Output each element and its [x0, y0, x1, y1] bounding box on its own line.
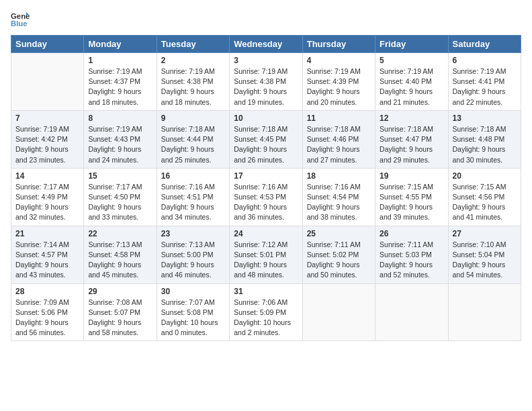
day-number: 31 [234, 287, 298, 296]
weekday-header: Monday [84, 36, 157, 53]
day-info: Sunrise: 7:18 AMSunset: 4:46 PMDaylight:… [307, 124, 371, 165]
logo: General Blue [11, 11, 32, 30]
day-info: Sunrise: 7:07 AMSunset: 5:08 PMDaylight:… [161, 298, 225, 338]
calendar-cell [448, 283, 521, 341]
day-number: 9 [161, 113, 225, 123]
day-number: 20 [453, 171, 517, 181]
day-number: 22 [88, 229, 152, 238]
day-number: 3 [234, 56, 298, 65]
calendar-cell: 18Sunrise: 7:16 AMSunset: 4:54 PMDayligh… [302, 168, 375, 226]
day-number: 26 [380, 229, 443, 238]
page-header: General Blue [11, 11, 521, 30]
calendar-cell: 8Sunrise: 7:19 AMSunset: 4:43 PMDaylight… [84, 110, 157, 168]
calendar-cell [11, 53, 84, 111]
calendar-cell: 29Sunrise: 7:08 AMSunset: 5:07 PMDayligh… [84, 283, 157, 341]
day-info: Sunrise: 7:08 AMSunset: 5:07 PMDaylight:… [88, 298, 152, 338]
calendar-cell: 13Sunrise: 7:18 AMSunset: 4:48 PMDayligh… [448, 110, 521, 168]
day-info: Sunrise: 7:15 AMSunset: 4:56 PMDaylight:… [453, 182, 517, 223]
day-info: Sunrise: 7:18 AMSunset: 4:44 PMDaylight:… [161, 124, 225, 165]
day-number: 29 [88, 287, 152, 296]
day-number: 30 [161, 287, 225, 296]
calendar-cell: 4Sunrise: 7:19 AMSunset: 4:39 PMDaylight… [302, 53, 375, 111]
calendar-cell: 2Sunrise: 7:19 AMSunset: 4:38 PMDaylight… [157, 53, 229, 111]
calendar-week-row: 7Sunrise: 7:19 AMSunset: 4:42 PMDaylight… [11, 110, 521, 168]
day-info: Sunrise: 7:13 AMSunset: 5:00 PMDaylight:… [161, 240, 225, 281]
day-info: Sunrise: 7:12 AMSunset: 5:01 PMDaylight:… [234, 240, 298, 281]
calendar-cell: 21Sunrise: 7:14 AMSunset: 4:57 PMDayligh… [11, 226, 84, 283]
calendar-cell: 16Sunrise: 7:16 AMSunset: 4:51 PMDayligh… [157, 168, 229, 226]
logo-icon: General Blue [11, 11, 30, 30]
calendar-cell: 10Sunrise: 7:18 AMSunset: 4:45 PMDayligh… [230, 110, 302, 168]
day-number: 18 [307, 171, 371, 181]
day-info: Sunrise: 7:19 AMSunset: 4:38 PMDaylight:… [161, 66, 225, 107]
calendar-cell: 17Sunrise: 7:16 AMSunset: 4:53 PMDayligh… [230, 168, 302, 226]
calendar-cell: 1Sunrise: 7:19 AMSunset: 4:37 PMDaylight… [84, 53, 157, 111]
calendar-cell: 9Sunrise: 7:18 AMSunset: 4:44 PMDaylight… [157, 110, 229, 168]
weekday-header: Tuesday [157, 36, 229, 53]
day-number: 11 [307, 113, 371, 123]
day-info: Sunrise: 7:13 AMSunset: 4:58 PMDaylight:… [88, 240, 152, 281]
calendar-cell: 22Sunrise: 7:13 AMSunset: 4:58 PMDayligh… [84, 226, 157, 283]
calendar-week-row: 21Sunrise: 7:14 AMSunset: 4:57 PMDayligh… [11, 226, 521, 283]
day-number: 13 [453, 113, 517, 123]
day-number: 12 [380, 113, 443, 123]
calendar-cell: 20Sunrise: 7:15 AMSunset: 4:56 PMDayligh… [448, 168, 521, 226]
day-info: Sunrise: 7:19 AMSunset: 4:37 PMDaylight:… [88, 66, 152, 107]
day-info: Sunrise: 7:17 AMSunset: 4:50 PMDaylight:… [88, 182, 152, 223]
day-info: Sunrise: 7:18 AMSunset: 4:47 PMDaylight:… [380, 124, 443, 165]
calendar-week-row: 28Sunrise: 7:09 AMSunset: 5:06 PMDayligh… [11, 283, 521, 341]
calendar-cell: 3Sunrise: 7:19 AMSunset: 4:38 PMDaylight… [230, 53, 302, 111]
weekday-header: Wednesday [230, 36, 302, 53]
day-number: 15 [88, 171, 152, 181]
day-number: 8 [88, 113, 152, 123]
day-info: Sunrise: 7:18 AMSunset: 4:48 PMDaylight:… [453, 124, 517, 165]
calendar-cell: 5Sunrise: 7:19 AMSunset: 4:40 PMDaylight… [375, 53, 448, 111]
calendar-cell: 31Sunrise: 7:06 AMSunset: 5:09 PMDayligh… [230, 283, 302, 341]
day-info: Sunrise: 7:14 AMSunset: 4:57 PMDaylight:… [15, 240, 79, 281]
day-info: Sunrise: 7:19 AMSunset: 4:43 PMDaylight:… [88, 124, 152, 165]
calendar-cell [375, 283, 448, 341]
day-info: Sunrise: 7:09 AMSunset: 5:06 PMDaylight:… [15, 298, 79, 338]
day-number: 5 [380, 56, 443, 65]
day-number: 4 [307, 56, 371, 65]
day-number: 21 [15, 229, 79, 238]
svg-text:Blue: Blue [11, 19, 28, 28]
calendar-cell: 14Sunrise: 7:17 AMSunset: 4:49 PMDayligh… [11, 168, 84, 226]
weekday-header: Sunday [11, 36, 84, 53]
day-number: 7 [15, 113, 79, 123]
day-number: 23 [161, 229, 225, 238]
day-info: Sunrise: 7:19 AMSunset: 4:39 PMDaylight:… [307, 66, 371, 107]
calendar-cell: 19Sunrise: 7:15 AMSunset: 4:55 PMDayligh… [375, 168, 448, 226]
day-number: 17 [234, 171, 298, 181]
day-info: Sunrise: 7:19 AMSunset: 4:41 PMDaylight:… [453, 66, 517, 107]
day-info: Sunrise: 7:10 AMSunset: 5:04 PMDaylight:… [453, 240, 517, 281]
calendar-week-row: 14Sunrise: 7:17 AMSunset: 4:49 PMDayligh… [11, 168, 521, 226]
day-info: Sunrise: 7:11 AMSunset: 5:02 PMDaylight:… [307, 240, 371, 281]
day-info: Sunrise: 7:06 AMSunset: 5:09 PMDaylight:… [234, 298, 298, 338]
weekday-header: Saturday [448, 36, 521, 53]
day-info: Sunrise: 7:16 AMSunset: 4:51 PMDaylight:… [161, 182, 225, 223]
day-number: 27 [453, 229, 517, 238]
calendar-header-row: SundayMondayTuesdayWednesdayThursdayFrid… [11, 36, 521, 53]
day-number: 28 [15, 287, 79, 296]
day-number: 25 [307, 229, 371, 238]
calendar-cell: 25Sunrise: 7:11 AMSunset: 5:02 PMDayligh… [302, 226, 375, 283]
day-info: Sunrise: 7:19 AMSunset: 4:40 PMDaylight:… [380, 66, 443, 107]
day-number: 24 [234, 229, 298, 238]
day-number: 1 [88, 56, 152, 65]
day-info: Sunrise: 7:16 AMSunset: 4:53 PMDaylight:… [234, 182, 298, 223]
calendar-cell: 7Sunrise: 7:19 AMSunset: 4:42 PMDaylight… [11, 110, 84, 168]
calendar-cell: 28Sunrise: 7:09 AMSunset: 5:06 PMDayligh… [11, 283, 84, 341]
calendar-cell [302, 283, 375, 341]
day-info: Sunrise: 7:11 AMSunset: 5:03 PMDaylight:… [380, 240, 443, 281]
day-info: Sunrise: 7:19 AMSunset: 4:38 PMDaylight:… [234, 66, 298, 107]
calendar-week-row: 1Sunrise: 7:19 AMSunset: 4:37 PMDaylight… [11, 53, 521, 111]
day-number: 2 [161, 56, 225, 65]
calendar-cell: 26Sunrise: 7:11 AMSunset: 5:03 PMDayligh… [375, 226, 448, 283]
day-info: Sunrise: 7:19 AMSunset: 4:42 PMDaylight:… [15, 124, 79, 165]
calendar-cell: 6Sunrise: 7:19 AMSunset: 4:41 PMDaylight… [448, 53, 521, 111]
day-info: Sunrise: 7:18 AMSunset: 4:45 PMDaylight:… [234, 124, 298, 165]
calendar-table: SundayMondayTuesdayWednesdayThursdayFrid… [11, 35, 521, 341]
calendar-cell: 30Sunrise: 7:07 AMSunset: 5:08 PMDayligh… [157, 283, 229, 341]
day-number: 14 [15, 171, 79, 181]
